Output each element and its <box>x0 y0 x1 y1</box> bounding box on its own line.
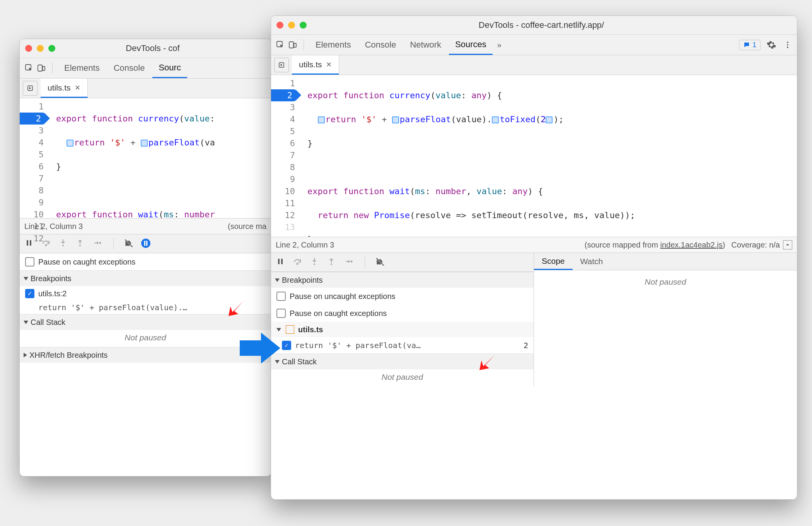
breakpoint-item[interactable]: ✓ utils.ts:2 <box>20 286 271 301</box>
svg-point-23 <box>314 263 315 265</box>
svg-point-17 <box>787 44 788 46</box>
file-name: utils.ts <box>299 60 322 69</box>
minimize-icon[interactable] <box>288 22 295 29</box>
status-bar: Line 2, Column 3 (source mapped from ind… <box>271 237 797 253</box>
main-tabs-toolbar: Elements Console Sourc <box>20 58 271 79</box>
sourcemap-badge-icon <box>286 325 294 334</box>
step-out-icon[interactable] <box>75 238 86 249</box>
breakpoint-code: return '$' + parseFloat(value).… <box>20 301 271 314</box>
pause-caught-label: Pause on caught exceptions <box>290 309 387 318</box>
svg-rect-21 <box>281 259 283 264</box>
deactivate-breakpoints-icon[interactable] <box>375 257 386 268</box>
tab-scope[interactable]: Scope <box>534 253 573 270</box>
step-icon[interactable] <box>344 257 355 268</box>
code-editor[interactable]: 12345678910111213 export function curren… <box>271 75 797 237</box>
file-tab-utils[interactable]: utils.ts ✕ <box>41 79 88 98</box>
tab-console[interactable]: Console <box>107 58 151 78</box>
gear-icon[interactable] <box>766 39 777 50</box>
deactivate-breakpoints-icon[interactable] <box>124 238 135 249</box>
pause-uncaught-label: Pause on uncaught exceptions <box>290 292 396 301</box>
window-title: DevTools - coffee-cart.netlify.app/ <box>313 20 792 30</box>
navigator-toggle-icon[interactable] <box>274 58 289 72</box>
window-title: DevTools - cof <box>61 43 266 53</box>
pause-caught-label: Pause on caught exceptions <box>38 258 135 266</box>
not-paused-label: Not paused <box>271 369 534 386</box>
breakpoint-file-row[interactable]: utils.ts <box>271 322 534 337</box>
breakpoints-section[interactable]: Breakpoints <box>20 270 271 286</box>
tab-elements[interactable]: Elements <box>58 58 106 78</box>
pause-icon[interactable] <box>276 257 287 268</box>
tab-elements[interactable]: Elements <box>309 35 357 55</box>
svg-rect-20 <box>278 259 280 264</box>
breakpoint-line: 2 <box>524 341 528 350</box>
tab-console[interactable]: Console <box>359 35 403 55</box>
more-tabs-icon[interactable]: » <box>497 41 502 50</box>
step-into-icon[interactable] <box>310 257 321 268</box>
svg-point-6 <box>46 245 47 246</box>
checkbox[interactable] <box>276 309 286 318</box>
kebab-menu-icon[interactable] <box>782 39 793 50</box>
tab-network[interactable]: Network <box>404 35 447 55</box>
svg-point-22 <box>297 263 298 265</box>
pause-uncaught-row[interactable]: Pause on uncaught exceptions <box>271 288 534 305</box>
step-marker-icon <box>141 140 148 147</box>
xhr-breakpoints-section[interactable]: XHR/fetch Breakpoints <box>20 347 271 363</box>
pause-caught-row[interactable]: Pause on caught exceptions <box>20 253 271 270</box>
breakpoint-item[interactable]: ✓ return '$' + parseFloat(va… 2 <box>271 337 534 354</box>
close-icon[interactable] <box>276 22 283 29</box>
step-out-icon[interactable] <box>327 257 338 268</box>
breakpoint-file: utils.ts <box>298 325 323 334</box>
minimize-icon[interactable] <box>37 45 44 52</box>
close-icon[interactable]: ✕ <box>326 60 332 69</box>
tab-sources[interactable]: Sourc <box>152 58 187 78</box>
close-icon[interactable]: ✕ <box>75 84 80 92</box>
file-tabs: utils.ts ✕ <box>271 55 797 75</box>
navigator-toggle-icon[interactable] <box>23 81 38 96</box>
step-into-icon[interactable] <box>58 238 69 249</box>
expand-icon[interactable] <box>783 240 792 249</box>
checkbox[interactable]: ✓ <box>282 341 291 350</box>
zoom-icon[interactable] <box>48 45 55 52</box>
breakpoints-section[interactable]: Breakpoints <box>271 272 534 288</box>
pause-caught-row[interactable]: Pause on caught exceptions <box>271 305 534 322</box>
right-panel-tabs: Scope Watch <box>534 253 797 270</box>
svg-point-10 <box>141 239 150 248</box>
step-marker-icon <box>392 116 399 123</box>
issues-badge[interactable]: 1 <box>739 40 761 50</box>
svg-point-18 <box>787 47 788 48</box>
checkbox[interactable] <box>25 257 34 266</box>
step-over-icon[interactable] <box>293 257 304 268</box>
pause-icon[interactable] <box>24 238 35 249</box>
pause-exceptions-icon[interactable] <box>141 238 152 249</box>
file-tab-utils[interactable]: utils.ts ✕ <box>292 55 339 75</box>
step-marker-icon <box>492 116 499 123</box>
debugger-toolbar <box>20 234 271 253</box>
zoom-icon[interactable] <box>300 22 307 29</box>
checkbox[interactable] <box>276 292 286 301</box>
callstack-section[interactable]: Call Stack <box>271 354 534 369</box>
svg-point-9 <box>100 243 101 244</box>
tab-sources[interactable]: Sources <box>449 35 493 55</box>
inspect-icon[interactable] <box>24 63 34 73</box>
device-toggle-icon[interactable] <box>36 63 47 73</box>
inspect-icon[interactable] <box>275 39 286 50</box>
callstack-section[interactable]: Call Stack <box>20 314 271 330</box>
not-paused-label: Not paused <box>20 330 271 347</box>
svg-rect-2 <box>43 67 45 70</box>
device-toggle-icon[interactable] <box>287 39 298 50</box>
svg-rect-14 <box>289 42 293 48</box>
svg-rect-11 <box>144 241 145 246</box>
titlebar: DevTools - coffee-cart.netlify.app/ <box>271 16 797 35</box>
checkbox[interactable]: ✓ <box>25 289 34 298</box>
breakpoint-code: return '$' + parseFloat(va… <box>295 341 520 350</box>
step-over-icon[interactable] <box>41 238 52 249</box>
file-name: utils.ts <box>48 83 71 92</box>
close-icon[interactable] <box>25 45 32 52</box>
step-icon[interactable] <box>92 238 103 249</box>
tab-watch[interactable]: Watch <box>573 253 611 270</box>
code-editor[interactable]: 123456789101112 export function currency… <box>20 98 271 218</box>
source-map-info: (source mapped from index.1ac4eab2.js) <box>585 241 725 249</box>
svg-point-25 <box>351 261 352 262</box>
svg-point-24 <box>331 263 332 265</box>
titlebar: DevTools - cof <box>20 39 271 58</box>
